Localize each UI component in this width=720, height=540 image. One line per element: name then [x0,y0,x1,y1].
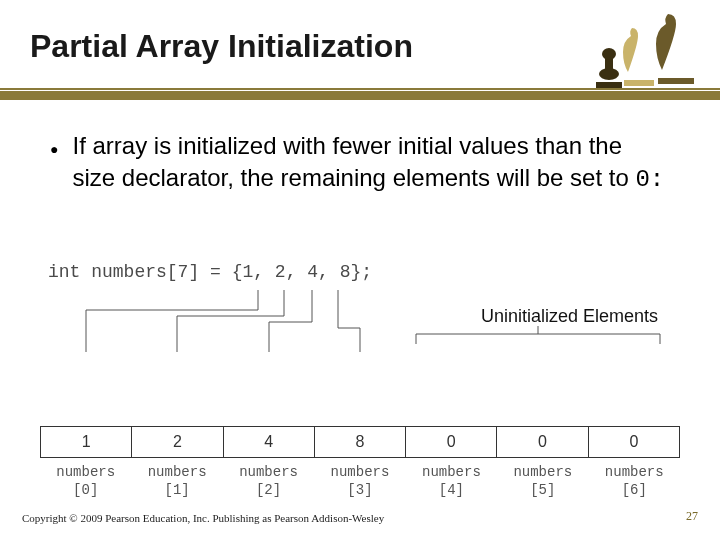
array-index-label: numbers [4] [406,464,497,499]
page-title: Partial Array Initialization [30,28,690,65]
array-index-label: numbers [5] [497,464,588,499]
array-cell: 2 [132,426,223,458]
array-cell: 0 [497,426,588,458]
page-number: 27 [686,509,698,524]
footer: Copyright © 2009 Pearson Education, Inc.… [22,509,698,524]
array-name: numbers [422,464,481,480]
array-index-label: numbers [6] [589,464,680,499]
array-index: [0] [73,482,98,498]
array-name: numbers [56,464,115,480]
array-name: numbers [239,464,298,480]
array-index: [3] [347,482,372,498]
array-index-label: numbers [1] [131,464,222,499]
array-diagram: int numbers[7] = {1, 2, 4, 8}; Uninitial… [40,262,680,499]
array-cell: 1 [40,426,132,458]
uninitialized-label: Uninitialized Elements [481,306,658,327]
bullet-code-tail: 0: [635,166,664,193]
array-index-label: numbers [0] [40,464,131,499]
array-cell: 0 [589,426,680,458]
array-name: numbers [148,464,207,480]
title-divider-inner [0,90,720,91]
title-divider [0,88,720,100]
array-name: numbers [331,464,390,480]
bullet-dot-icon: ● [50,140,58,159]
array-cell: 8 [315,426,406,458]
array-index-label: numbers [3] [314,464,405,499]
array-name: numbers [605,464,664,480]
array-index-labels: numbers [0] numbers [1] numbers [2] numb… [40,464,680,499]
body: ● If array is initialized with fewer ini… [50,130,670,197]
array-index-label: numbers [2] [223,464,314,499]
bullet-text: If array is initialized with fewer initi… [72,130,670,197]
array-cells: 1 2 4 8 0 0 0 [40,426,680,458]
array-name: numbers [513,464,572,480]
slide: Partial Array Initialization ● If array … [0,0,720,540]
array-index: [6] [622,482,647,498]
title-area: Partial Array Initialization [30,28,690,65]
code-declaration: int numbers[7] = {1, 2, 4, 8}; [48,262,680,282]
copyright-text: Copyright © 2009 Pearson Education, Inc.… [22,512,384,524]
bullet-text-main: If array is initialized with fewer initi… [72,132,635,191]
array-index: [2] [256,482,281,498]
array-index: [4] [439,482,464,498]
bullet-item: ● If array is initialized with fewer ini… [50,130,670,197]
array-cell: 4 [224,426,315,458]
array-cell: 0 [406,426,497,458]
array-index: [5] [530,482,555,498]
array-index: [1] [165,482,190,498]
